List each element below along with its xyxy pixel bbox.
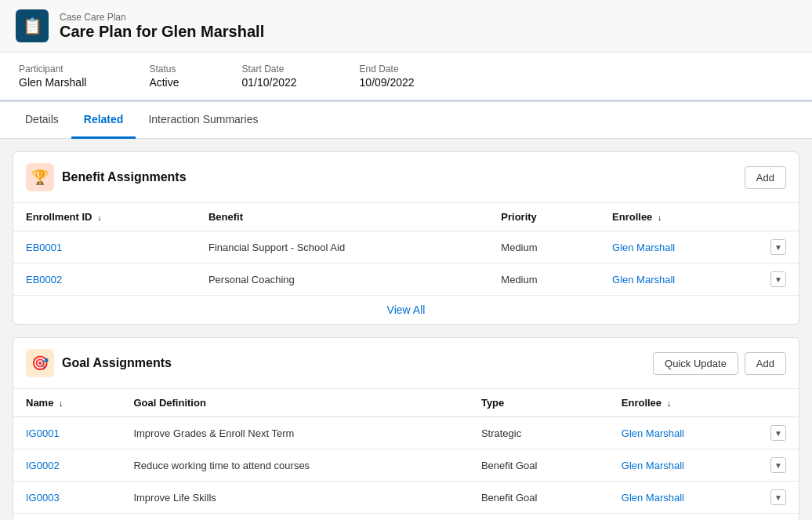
enrollment-sort-icon: ↓ bbox=[97, 213, 102, 222]
goal-actions: Quick Update Add bbox=[653, 352, 786, 375]
goal-quick-update-button[interactable]: Quick Update bbox=[653, 352, 738, 375]
col-name: Name ↓ bbox=[13, 389, 121, 417]
goal-definition: Improve Grades & Enroll Next Term bbox=[121, 417, 469, 449]
col-benefit: Benefit bbox=[196, 203, 488, 231]
benefit-assignments-header: 🏆 Benefit Assignments Add bbox=[13, 152, 799, 203]
header-text: Case Care Plan Care Plan for Glen Marsha… bbox=[60, 12, 264, 41]
goal-type: Benefit Goal bbox=[469, 482, 609, 514]
goal-title-area: 🎯 Goal Assignments bbox=[26, 349, 172, 377]
benefit-name: Personal Coaching bbox=[196, 264, 488, 296]
goal-enrollee-dropdown[interactable]: ▼ bbox=[770, 457, 786, 473]
app-icon: 📋 bbox=[16, 9, 49, 42]
goal-icon: 🎯 bbox=[26, 349, 54, 377]
goal-view-all-row: View All bbox=[13, 513, 799, 520]
benefit-table-row: EB0001 Financial Support - School Aid Me… bbox=[13, 231, 799, 264]
benefit-enrollee: Glen Marshall ▼ bbox=[600, 231, 799, 264]
goal-name: IG0003 bbox=[13, 482, 121, 514]
goal-type: Benefit Goal bbox=[469, 449, 609, 482]
goal-table-row: IG0003 Improve Life Skills Benefit Goal … bbox=[13, 482, 799, 514]
benefit-enrollment-id: EB0001 bbox=[13, 231, 196, 264]
goal-enrollee: Glen Marshall ▼ bbox=[609, 482, 799, 514]
end-date-field: End Date 10/09/2022 bbox=[360, 64, 415, 89]
goal-assignments-card: 🎯 Goal Assignments Quick Update Add Name… bbox=[13, 337, 799, 520]
col-goal-definition: Goal Definition bbox=[121, 389, 469, 417]
app-subtitle: Case Care Plan bbox=[60, 12, 264, 23]
tabs-bar: Details Related Interaction Summaries bbox=[0, 102, 812, 139]
tab-related[interactable]: Related bbox=[71, 102, 136, 139]
benefit-table: Enrollment ID ↓ Benefit Priority Enrolle… bbox=[13, 203, 799, 295]
benefit-enrollee-dropdown[interactable]: ▼ bbox=[770, 239, 786, 255]
benefit-view-all-row: View All bbox=[13, 295, 799, 324]
goal-type: Strategic bbox=[469, 417, 609, 449]
end-date-value: 10/09/2022 bbox=[360, 76, 415, 89]
benefit-enrollee-dropdown[interactable]: ▼ bbox=[770, 271, 786, 287]
benefit-actions: Add bbox=[745, 166, 786, 189]
participant-label: Participant bbox=[19, 64, 86, 75]
benefit-table-row: EB0002 Personal Coaching Medium Glen Mar… bbox=[13, 264, 799, 296]
benefit-enrollment-id: EB0002 bbox=[13, 264, 196, 296]
goal-table-row: IG0001 Improve Grades & Enroll Next Term… bbox=[13, 417, 799, 449]
goal-enrollee-dropdown[interactable]: ▼ bbox=[770, 489, 786, 505]
col-enrollment-id: Enrollment ID ↓ bbox=[13, 203, 196, 231]
benefit-priority: Medium bbox=[488, 264, 600, 296]
benefit-name: Financial Support - School Aid bbox=[196, 231, 488, 264]
goal-add-button[interactable]: Add bbox=[745, 352, 786, 375]
goal-table: Name ↓ Goal Definition Type Enrollee ↓ I… bbox=[13, 389, 799, 513]
col-priority: Priority bbox=[488, 203, 600, 231]
goal-title: Goal Assignments bbox=[62, 356, 172, 370]
benefit-assignments-card: 🏆 Benefit Assignments Add Enrollment ID … bbox=[13, 151, 799, 325]
goal-assignments-header: 🎯 Goal Assignments Quick Update Add bbox=[13, 338, 799, 389]
participant-field: Participant Glen Marshall bbox=[19, 64, 86, 89]
goal-enrollee-sort-icon: ↓ bbox=[667, 398, 672, 408]
end-date-label: End Date bbox=[360, 64, 415, 75]
goal-definition: Reduce working time to attend courses bbox=[121, 449, 469, 482]
status-value: Active bbox=[149, 76, 179, 89]
start-date-field: Start Date 01/10/2022 bbox=[242, 64, 297, 89]
col-enrollee: Enrollee ↓ bbox=[600, 203, 799, 231]
header: 📋 Case Care Plan Care Plan for Glen Mars… bbox=[0, 0, 812, 53]
goal-definition: Improve Life Skills bbox=[121, 482, 469, 514]
goal-enrollee: Glen Marshall ▼ bbox=[609, 449, 799, 482]
goal-name: IG0002 bbox=[13, 449, 121, 482]
status-label: Status bbox=[149, 64, 179, 75]
benefit-view-all-link[interactable]: View All bbox=[387, 304, 426, 316]
benefit-priority: Medium bbox=[488, 231, 600, 264]
status-field: Status Active bbox=[149, 64, 179, 89]
enrollee-sort-icon: ↓ bbox=[658, 213, 662, 222]
col-type: Type bbox=[469, 389, 609, 417]
benefit-title-area: 🏆 Benefit Assignments bbox=[26, 163, 187, 191]
goal-enrollee-dropdown[interactable]: ▼ bbox=[770, 425, 786, 441]
meta-bar: Participant Glen Marshall Status Active … bbox=[0, 53, 812, 102]
start-date-value: 01/10/2022 bbox=[242, 76, 297, 89]
goal-table-header-row: Name ↓ Goal Definition Type Enrollee ↓ bbox=[13, 389, 799, 417]
participant-value: Glen Marshall bbox=[19, 76, 86, 89]
start-date-label: Start Date bbox=[242, 64, 297, 75]
benefit-title: Benefit Assignments bbox=[62, 170, 187, 184]
page-title: Care Plan for Glen Marshall bbox=[60, 23, 264, 41]
goal-table-row: IG0002 Reduce working time to attend cou… bbox=[13, 449, 799, 482]
col-goal-enrollee: Enrollee ↓ bbox=[609, 389, 799, 417]
benefit-add-button[interactable]: Add bbox=[745, 166, 786, 189]
main-content: 🏆 Benefit Assignments Add Enrollment ID … bbox=[0, 139, 812, 520]
tab-details[interactable]: Details bbox=[13, 102, 71, 139]
tab-interaction-summaries[interactable]: Interaction Summaries bbox=[136, 102, 270, 139]
benefit-enrollee: Glen Marshall ▼ bbox=[600, 264, 799, 296]
benefit-icon: 🏆 bbox=[26, 163, 54, 191]
goal-name: IG0001 bbox=[13, 417, 121, 449]
name-sort-icon: ↓ bbox=[59, 398, 63, 408]
goal-enrollee: Glen Marshall ▼ bbox=[609, 417, 799, 449]
benefit-table-header-row: Enrollment ID ↓ Benefit Priority Enrolle… bbox=[13, 203, 799, 231]
